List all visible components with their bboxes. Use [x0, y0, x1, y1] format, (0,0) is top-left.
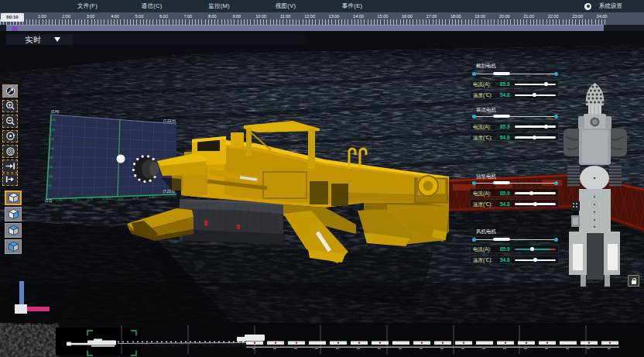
svg-text:-1.25: -1.25 — [71, 199, 77, 202]
svg-text:0.25: 0.25 — [118, 197, 124, 201]
svg-text:3.00: 3.00 — [49, 138, 54, 141]
svg-text:0.75: 0.75 — [134, 197, 139, 200]
svg-text:2.50: 2.50 — [49, 147, 54, 150]
svg-text:1.00: 1.00 — [47, 175, 53, 178]
svg-text:4.00: 4.00 — [50, 118, 56, 122]
svg-text:1.50: 1.50 — [47, 166, 53, 169]
svg-text:-0.75: -0.75 — [87, 198, 93, 201]
svg-text:2.00: 2.00 — [48, 156, 53, 160]
svg-text:-0.25: -0.25 — [102, 197, 108, 201]
svg-text:1.25: 1.25 — [149, 196, 155, 199]
svg-text:3.50: 3.50 — [50, 129, 55, 132]
svg-text:(7.23,H): (7.23,H) — [163, 119, 176, 123]
svg-text:(0,0): (0,0) — [45, 199, 53, 203]
svg-text:0.50: 0.50 — [46, 184, 52, 187]
svg-text:-1.75: -1.75 — [56, 199, 62, 202]
svg-text:(0,H): (0,H) — [51, 110, 60, 114]
